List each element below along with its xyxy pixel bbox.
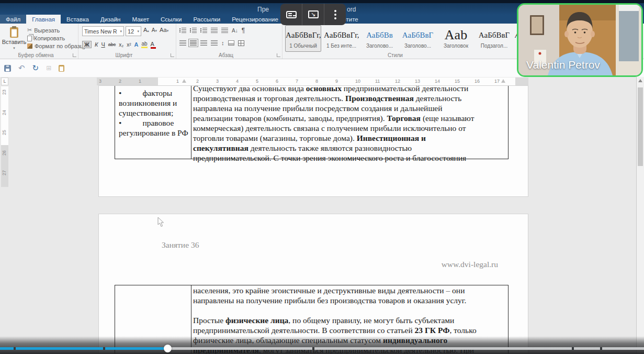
borders-button[interactable] — [238, 40, 244, 46]
tab-Ссылки[interactable]: Ссылки — [155, 15, 188, 24]
style-card-1 Обычный[interactable]: АаБбВвГг,1 Обычный — [285, 25, 321, 52]
style-name: Подзагол... — [477, 43, 512, 49]
style-card-1 Без инте...[interactable]: АаБбВвГг,1 Без инте... — [323, 25, 359, 52]
dialog-launcher-icon[interactable] — [73, 53, 76, 57]
increase-indent-button[interactable] — [221, 28, 228, 33]
style-card-Заголовок[interactable]: AabЗаголовок — [438, 25, 474, 52]
style-preview: АаБбВвГг, — [324, 28, 359, 43]
text-run: спекулятивная — [193, 143, 248, 152]
scissors-icon: ✂ — [27, 27, 32, 34]
styles-group-label: Стили — [283, 52, 508, 58]
shading-button[interactable] — [228, 40, 234, 46]
playhead-handle[interactable] — [164, 345, 172, 352]
more-options-icon — [334, 14, 336, 16]
text-effects-button[interactable]: А — [134, 41, 139, 48]
tab-Главная[interactable]: Главная — [26, 15, 61, 24]
text-run: торговли товарами (магазины, торговые до… — [193, 134, 357, 142]
subscript-button[interactable]: x₂ — [119, 42, 123, 48]
strikethrough-button[interactable]: abc — [108, 42, 116, 47]
bullets-icon — [179, 28, 180, 29]
tab-Макет[interactable]: Макет — [126, 15, 155, 24]
tab-Рецензирование[interactable]: Рецензирование — [226, 15, 284, 24]
show-marks-button[interactable]: ¶ — [242, 27, 245, 34]
paragraph-group-label: Абзац — [176, 52, 276, 58]
format-painter-button[interactable]: Формат по образцу — [27, 43, 86, 49]
horizontal-ruler[interactable]: 3211234567891011121314151617 — [97, 78, 528, 85]
style-card-Подзагол...[interactable]: АаБбВвГПодзагол... — [476, 25, 512, 52]
table-cell-topics: •факторы возникновения и существования;•… — [119, 88, 191, 138]
style-card-Заголово...[interactable]: АаБбВвГЗаголово... — [400, 25, 436, 52]
justify-button[interactable] — [211, 40, 218, 46]
segment-gap — [14, 347, 16, 350]
underline-button[interactable]: Ч — [101, 41, 105, 48]
scroll-up-icon[interactable] — [638, 79, 642, 82]
vertical-scrollbar[interactable] — [636, 77, 644, 354]
redo-icon[interactable]: ↻ — [32, 64, 39, 72]
text-run: предпринимательской деятельности — [342, 85, 468, 93]
grow-font-button[interactable]: А▴ — [143, 27, 149, 33]
font-color-button[interactable]: А — [151, 41, 154, 49]
vertical-ruler[interactable]: 2324252627 — [1, 86, 8, 187]
doc-line: предпринимательской. С точки зрения экон… — [193, 153, 512, 163]
superscript-button[interactable]: x² — [127, 42, 131, 48]
document-page-1[interactable]: •факторы возникновения и существования;•… — [98, 85, 528, 197]
decrease-indent-button[interactable] — [211, 28, 218, 33]
text-run: Простые — [193, 316, 225, 325]
text-run: населения, это крайне эгоистичные и дест… — [193, 286, 465, 295]
sort-button[interactable]: А↓ — [232, 28, 238, 34]
numbered-list-button[interactable] — [190, 28, 197, 33]
italic-button[interactable]: К — [95, 41, 98, 48]
right-indent-marker[interactable] — [501, 79, 505, 83]
ruler-number: 2 — [119, 79, 121, 84]
customize-icon[interactable]: ⊞ — [46, 64, 51, 72]
indent-marker[interactable] — [182, 79, 186, 83]
align-center-button[interactable] — [190, 40, 197, 46]
bullet-list-button[interactable] — [179, 28, 186, 33]
dialog-launcher-icon[interactable] — [171, 53, 174, 57]
multilevel-list-button[interactable] — [200, 28, 207, 33]
copy-label: Копировать — [34, 35, 65, 41]
highlight-color-button[interactable]: ab — [141, 41, 147, 48]
align-left-button[interactable] — [179, 40, 186, 46]
scrollbar-thumb[interactable] — [638, 87, 643, 166]
video-progress-bar[interactable] — [0, 347, 644, 350]
paste-button[interactable]: Вставить ▾ — [3, 26, 25, 53]
tab-Дизайн[interactable]: Дизайн — [95, 15, 127, 24]
tab-selector-icon[interactable]: L — [1, 78, 8, 85]
bold-button[interactable]: Ж — [82, 41, 92, 48]
save-icon[interactable] — [4, 65, 11, 72]
segment-gap — [600, 347, 602, 350]
font-size-select[interactable]: 12 ▾ — [126, 26, 141, 36]
doc-line: производственная и торговая деятельность… — [193, 93, 512, 103]
tab-Вставка[interactable]: Вставка — [61, 15, 95, 24]
screen: Пре ord ФайлГлавнаяВставкаДизайнМакетСсы… — [0, 0, 644, 354]
font-name-select[interactable]: Times New R ▾ — [82, 26, 124, 36]
line-spacing-button[interactable]: ↕ — [221, 40, 224, 46]
list-item: •правовое регулирование в РФ — [119, 118, 191, 138]
align-right-button[interactable] — [200, 40, 207, 46]
more-options-button[interactable] — [324, 4, 346, 25]
paste-icon[interactable] — [59, 65, 64, 72]
document-page-2[interactable]: Занятие 36 www.dvi-legal.ru населения, э… — [98, 214, 528, 354]
captions-button[interactable] — [280, 4, 302, 25]
style-card-Заголово...[interactable]: АаБбВвЗаголово... — [361, 25, 398, 52]
doc-line: Простые физические лица, по общему прави… — [193, 315, 512, 325]
bullet-icon: • — [119, 118, 121, 127]
tab-Рассылки[interactable]: Рассылки — [188, 15, 227, 24]
text-run: , только — [449, 326, 476, 335]
doc-line: направлена на получение прибыли посредст… — [193, 103, 512, 113]
cut-button[interactable]: ✂ Вырезать — [27, 27, 86, 34]
webcam-overlay[interactable]: Valentin Petrov — [517, 3, 643, 77]
window-title-fragment-left: Пре — [257, 6, 269, 13]
change-case-button[interactable]: Аа▾ — [160, 27, 168, 33]
shrink-font-button[interactable]: А▾ — [152, 27, 157, 33]
undo-icon[interactable]: ↶ — [18, 64, 25, 72]
cut-label: Вырезать — [34, 27, 60, 34]
copy-button[interactable]: Копировать — [27, 35, 86, 41]
pip-button[interactable]: ↘ — [302, 4, 324, 25]
ruler-number: 4 — [236, 79, 239, 84]
ruler-number: 11 — [375, 79, 380, 84]
picture-in-picture-icon: ↘ — [308, 10, 319, 18]
tab-Файл[interactable]: Файл — [0, 15, 26, 24]
dialog-launcher-icon[interactable] — [277, 53, 280, 57]
